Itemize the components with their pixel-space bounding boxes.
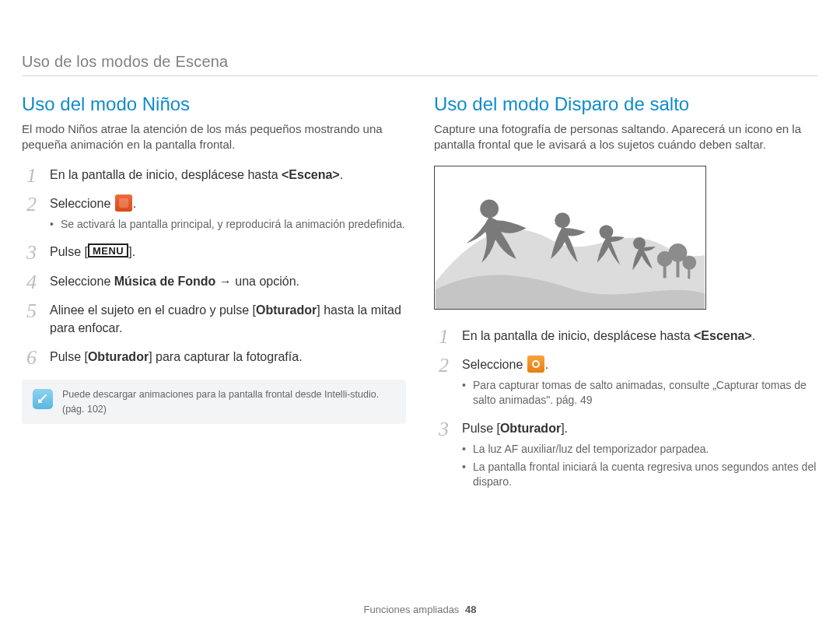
step-item: En la pantalla de inicio, desplácese has… bbox=[22, 166, 406, 184]
right-section-title: Uso del modo Disparo de salto bbox=[434, 93, 818, 115]
step-text-post: . bbox=[133, 197, 136, 210]
breadcrumb: Uso de los modos de Escena bbox=[22, 53, 818, 71]
jump-shot-illustration bbox=[434, 166, 706, 310]
svg-point-8 bbox=[555, 212, 570, 228]
left-section-title: Uso del modo Niños bbox=[22, 93, 406, 115]
step-text: Pulse [ bbox=[462, 422, 500, 435]
step-text-post: . bbox=[752, 329, 755, 342]
step-text: Seleccione bbox=[462, 358, 527, 371]
step-text-post: ] para capturar la fotografía. bbox=[149, 350, 302, 363]
bullet-item: La pantalla frontal iniciará la cuenta r… bbox=[462, 460, 818, 490]
step-item: Seleccione . Para capturar tomas de salt… bbox=[434, 356, 818, 408]
step-item: Alinee el sujeto en el cuadro y pulse [O… bbox=[22, 301, 406, 337]
menu-button-icon: MENU bbox=[88, 243, 128, 257]
left-column: Uso del modo Niños El modo Niños atrae l… bbox=[22, 93, 406, 501]
step-bold: Obturador bbox=[256, 303, 317, 317]
svg-point-7 bbox=[480, 199, 499, 218]
step-item: Seleccione Música de Fondo → una opción. bbox=[22, 272, 406, 290]
step-bold: Obturador bbox=[88, 350, 149, 363]
step-text: Pulse [ bbox=[50, 245, 88, 258]
step-text-post: ]. bbox=[561, 422, 568, 435]
footer-label: Funciones ampliadas bbox=[364, 604, 460, 615]
step-text-post: . bbox=[545, 358, 548, 371]
bullet-item: Se activará la pantalla principal, y rep… bbox=[50, 217, 406, 233]
step-text: Seleccione bbox=[50, 197, 114, 210]
left-lead: El modo Niños atrae la atención de los m… bbox=[22, 121, 406, 153]
step-item: Pulse [Obturador] para capturar la fotog… bbox=[22, 348, 406, 366]
footer-page-number: 48 bbox=[465, 604, 476, 615]
step-text-post: . bbox=[340, 168, 343, 181]
jump-shot-mode-icon bbox=[527, 356, 544, 373]
step-bold: Obturador bbox=[500, 422, 561, 435]
step-bold: Música de Fondo bbox=[114, 275, 216, 288]
step-bold: <Escena> bbox=[282, 168, 340, 181]
step-arrow-text: → una opción. bbox=[215, 275, 299, 288]
page: Uso de los modos de Escena Uso del modo … bbox=[0, 0, 840, 634]
step-bullets: Para capturar tomas de salto animadas, c… bbox=[462, 378, 818, 408]
step-item: Seleccione . Se activará la pantalla pri… bbox=[22, 194, 406, 233]
svg-rect-6 bbox=[688, 264, 690, 278]
step-text-post: ]. bbox=[128, 245, 135, 258]
right-column: Uso del modo Disparo de salto Capture un… bbox=[434, 93, 818, 501]
divider bbox=[22, 75, 818, 76]
children-mode-icon bbox=[115, 194, 132, 212]
step-bullets: La luz AF auxiliar/luz del temporizador … bbox=[462, 442, 818, 490]
note-icon bbox=[33, 389, 53, 409]
right-steps: En la pantalla de inicio, desplácese has… bbox=[434, 327, 818, 491]
note-box: Puede descargar animaciones para la pant… bbox=[22, 380, 406, 423]
step-bullets: Se activará la pantalla principal, y rep… bbox=[50, 217, 406, 233]
step-text: En la pantalla de inicio, desplácese has… bbox=[462, 329, 694, 342]
note-text: Puede descargar animaciones para la pant… bbox=[62, 387, 395, 415]
left-steps: En la pantalla de inicio, desplácese has… bbox=[22, 166, 406, 366]
bullet-item: Para capturar tomas de salto animadas, c… bbox=[462, 378, 818, 408]
right-lead: Capture una fotografía de personas salta… bbox=[434, 121, 818, 153]
svg-rect-2 bbox=[663, 262, 667, 278]
step-item: Pulse [Obturador]. La luz AF auxiliar/lu… bbox=[434, 419, 818, 490]
svg-rect-4 bbox=[677, 257, 680, 277]
step-item: Pulse [MENU]. bbox=[22, 243, 406, 261]
step-text: Pulse [ bbox=[50, 350, 88, 363]
step-text: Alinee el sujeto en el cuadro y pulse [ bbox=[50, 303, 256, 317]
step-bold: <Escena> bbox=[694, 329, 752, 342]
step-text: En la pantalla de inicio, desplácese has… bbox=[50, 168, 282, 181]
content-columns: Uso del modo Niños El modo Niños atrae l… bbox=[22, 93, 818, 501]
page-footer: Funciones ampliadas 48 bbox=[0, 604, 840, 615]
bullet-item: La luz AF auxiliar/luz del temporizador … bbox=[462, 442, 818, 457]
step-text: Seleccione bbox=[50, 275, 114, 288]
step-item: En la pantalla de inicio, desplácese has… bbox=[434, 327, 818, 345]
